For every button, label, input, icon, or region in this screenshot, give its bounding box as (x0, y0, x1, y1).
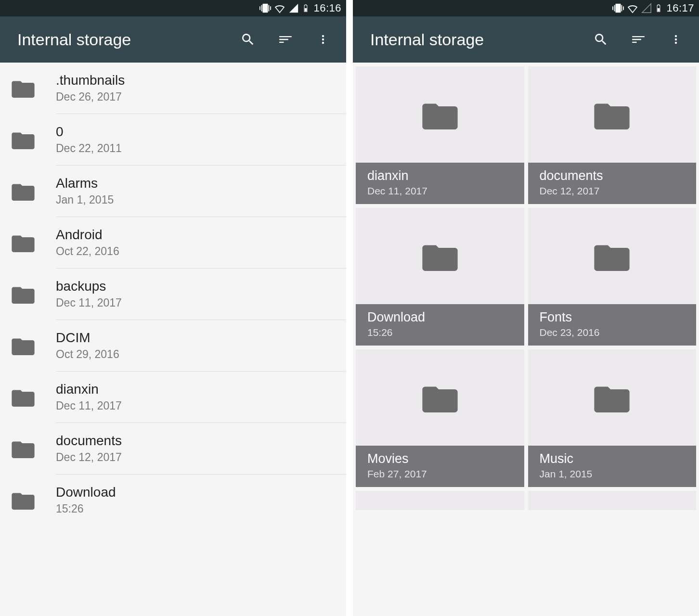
folder-icon (593, 241, 631, 271)
signal-icon (288, 3, 299, 13)
list-item[interactable]: backups Dec 11, 2017 (0, 269, 346, 320)
grid-item[interactable]: Fonts Dec 23, 2016 (528, 208, 697, 346)
list-item[interactable]: documents Dec 12, 2017 (0, 423, 346, 474)
folder-icon (12, 336, 35, 355)
item-date: Dec 26, 2017 (56, 90, 337, 103)
list-item[interactable]: Alarms Jan 1, 2015 (0, 166, 346, 217)
item-date: Feb 27, 2017 (367, 468, 513, 480)
list-item[interactable]: Android Oct 22, 2016 (0, 217, 346, 268)
status-icons (612, 2, 662, 14)
status-bar: 16:17 (353, 0, 699, 16)
right-pane: 16:17 Internal storage dianxin Dec 11, 2… (352, 0, 699, 616)
list-item[interactable]: 0 Dec 22, 2011 (0, 114, 346, 165)
battery-icon (655, 2, 662, 14)
battery-icon (302, 2, 310, 14)
status-time: 16:17 (666, 2, 694, 14)
item-date: Dec 22, 2011 (56, 142, 337, 155)
item-date: Dec 12, 2017 (540, 185, 685, 197)
page-title: Internal storage (370, 30, 592, 49)
item-name: Download (367, 310, 513, 325)
item-date: Dec 12, 2017 (56, 451, 337, 464)
list-item[interactable]: .thumbnails Dec 26, 2017 (0, 63, 346, 114)
item-name: dianxin (56, 382, 337, 397)
item-name: .thumbnails (56, 73, 337, 88)
item-name: documents (56, 433, 337, 449)
item-name: backups (56, 279, 337, 294)
wifi-icon (627, 2, 638, 14)
item-date: 15:26 (367, 327, 513, 338)
more-icon (317, 32, 329, 47)
vibrate-icon (259, 2, 271, 14)
folder-icon (12, 387, 35, 407)
folder-icon (421, 100, 459, 129)
item-date: Jan 1, 2015 (540, 468, 685, 480)
item-name: Android (56, 227, 337, 243)
item-date: Jan 1, 2015 (56, 193, 337, 206)
search-icon (240, 32, 256, 47)
app-bar-actions (239, 31, 337, 48)
search-icon (593, 32, 608, 47)
sort-button[interactable] (630, 31, 647, 48)
item-date: Oct 29, 2016 (56, 348, 337, 361)
list-item[interactable]: dianxin Dec 11, 2017 (0, 372, 346, 423)
status-icons (259, 2, 310, 14)
folder-icon (12, 181, 35, 201)
app-bar: Internal storage (0, 16, 346, 63)
item-date: Oct 22, 2016 (56, 245, 337, 258)
item-name: Movies (367, 451, 513, 466)
signal-icon (641, 3, 652, 13)
item-name: dianxin (367, 168, 513, 183)
folder-icon (12, 284, 35, 304)
item-date: Dec 11, 2017 (56, 399, 337, 412)
sort-icon (630, 33, 647, 46)
grid-item[interactable] (356, 491, 524, 510)
item-name: Download (56, 485, 337, 500)
folder-icon (421, 241, 459, 271)
folder-icon (421, 383, 459, 412)
grid-item[interactable]: Movies Feb 27, 2017 (356, 349, 524, 487)
folder-icon (12, 490, 35, 510)
grid-item[interactable]: Music Jan 1, 2015 (528, 349, 697, 487)
list-item[interactable]: DCIM Oct 29, 2016 (0, 320, 346, 371)
app-bar-actions (592, 31, 689, 48)
folder-icon (12, 439, 35, 458)
app-bar: Internal storage (353, 16, 699, 63)
search-button[interactable] (592, 31, 609, 48)
vibrate-icon (612, 2, 624, 14)
folder-icon (12, 130, 35, 149)
file-list[interactable]: .thumbnails Dec 26, 2017 0 Dec 22, 2011 … (0, 63, 346, 616)
item-name: DCIM (56, 330, 337, 346)
item-name: Fonts (540, 310, 685, 325)
folder-icon (593, 100, 631, 129)
list-item[interactable]: Download 15:26 (0, 475, 346, 526)
folder-icon (12, 233, 35, 252)
grid-item[interactable] (528, 491, 697, 510)
status-time: 16:16 (313, 2, 341, 14)
grid-item[interactable]: Download 15:26 (356, 208, 524, 346)
page-title: Internal storage (17, 30, 239, 49)
status-bar: 16:16 (0, 0, 346, 16)
sort-button[interactable] (277, 31, 294, 48)
wifi-icon (274, 2, 285, 14)
item-date: Dec 23, 2016 (540, 327, 685, 338)
more-button[interactable] (314, 31, 332, 48)
item-date: Dec 11, 2017 (56, 296, 337, 309)
file-grid[interactable]: dianxin Dec 11, 2017 documents Dec 12, 2… (353, 63, 699, 616)
folder-icon (12, 78, 35, 98)
item-name: documents (540, 168, 685, 183)
item-date: Dec 11, 2017 (367, 185, 513, 197)
folder-icon (593, 383, 631, 412)
more-icon (670, 32, 682, 47)
item-name: 0 (56, 124, 337, 140)
grid-item[interactable]: dianxin Dec 11, 2017 (356, 66, 524, 204)
item-date: 15:26 (56, 502, 337, 515)
item-name: Music (540, 451, 685, 466)
left-pane: 16:16 Internal storage .thumbnails Dec 2… (0, 0, 352, 616)
grid-item[interactable]: documents Dec 12, 2017 (528, 66, 697, 204)
more-button[interactable] (667, 31, 685, 48)
sort-icon (277, 33, 294, 46)
item-name: Alarms (56, 176, 337, 191)
search-button[interactable] (239, 31, 257, 48)
